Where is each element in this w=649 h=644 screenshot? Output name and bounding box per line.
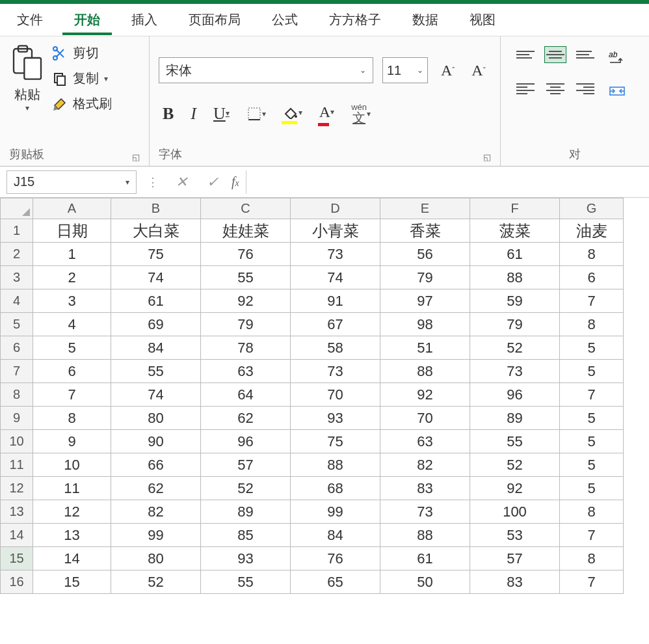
cell[interactable]: 13 xyxy=(33,524,111,547)
column-header-F[interactable]: F xyxy=(470,198,560,219)
paste-icon[interactable] xyxy=(9,42,46,83)
cell[interactable]: 79 xyxy=(470,313,560,336)
cell[interactable]: 74 xyxy=(111,266,201,289)
cell[interactable]: 70 xyxy=(380,407,470,430)
align-left-button[interactable] xyxy=(515,81,536,96)
cell[interactable]: 88 xyxy=(291,453,380,477)
cell[interactable]: 12 xyxy=(33,500,111,524)
dialog-launcher-icon[interactable]: ◱ xyxy=(132,152,140,162)
cell[interactable]: 7 xyxy=(560,383,624,407)
cell[interactable]: 5 xyxy=(560,430,624,453)
row-header[interactable]: 1 xyxy=(1,219,33,243)
cell[interactable]: 67 xyxy=(291,313,380,336)
paste-button[interactable]: 粘贴 xyxy=(14,86,40,103)
row-header[interactable]: 3 xyxy=(1,266,33,289)
cell[interactable]: 75 xyxy=(291,430,380,453)
cell[interactable]: 61 xyxy=(380,547,470,570)
cell[interactable]: 68 xyxy=(291,477,380,500)
bold-button[interactable]: B xyxy=(159,101,178,126)
cell[interactable]: 14 xyxy=(33,547,111,570)
cell[interactable]: 57 xyxy=(201,453,291,477)
row-header[interactable]: 14 xyxy=(1,524,33,547)
column-header-G[interactable]: G xyxy=(560,198,624,219)
row-header[interactable]: 2 xyxy=(1,243,33,266)
chevron-down-icon[interactable]: ▾ xyxy=(104,74,108,83)
copy-button[interactable]: 复制 ▾ xyxy=(52,70,112,87)
column-header-E[interactable]: E xyxy=(380,198,470,219)
cell[interactable]: 84 xyxy=(291,524,380,547)
cell[interactable]: 97 xyxy=(380,289,470,313)
cell[interactable]: 84 xyxy=(111,336,201,360)
cell[interactable]: 61 xyxy=(470,243,560,266)
cell[interactable]: 61 xyxy=(111,289,201,313)
cell[interactable]: 娃娃菜 xyxy=(201,219,291,243)
formula-input[interactable] xyxy=(246,170,642,194)
confirm-formula-button[interactable]: ✓ xyxy=(200,174,225,191)
cell[interactable]: 66 xyxy=(111,453,201,477)
underline-button[interactable]: U ▾ xyxy=(209,101,233,126)
cell[interactable]: 93 xyxy=(201,547,291,570)
cell[interactable]: 6 xyxy=(560,266,624,289)
cell[interactable]: 85 xyxy=(201,524,291,547)
dialog-launcher-icon[interactable]: ◱ xyxy=(483,152,491,162)
cell[interactable]: 62 xyxy=(201,407,291,430)
cell[interactable]: 73 xyxy=(291,360,380,383)
row-header[interactable]: 6 xyxy=(1,336,33,360)
column-header-C[interactable]: C xyxy=(201,198,291,219)
fill-color-button[interactable]: ▾ xyxy=(279,103,306,124)
cell[interactable]: 80 xyxy=(111,547,201,570)
row-header[interactable]: 11 xyxy=(1,453,33,477)
cell[interactable]: 92 xyxy=(380,383,470,407)
cell[interactable]: 69 xyxy=(111,313,201,336)
align-bottom-button[interactable] xyxy=(575,47,596,62)
cell[interactable]: 7 xyxy=(560,289,624,313)
row-header[interactable]: 15 xyxy=(1,547,33,570)
cell[interactable]: 89 xyxy=(201,500,291,524)
cell[interactable]: 51 xyxy=(380,336,470,360)
italic-button[interactable]: I xyxy=(187,101,200,126)
cell[interactable]: 55 xyxy=(201,570,291,594)
cell[interactable]: 88 xyxy=(380,360,470,383)
cell[interactable]: 5 xyxy=(560,407,624,430)
cell[interactable]: 5 xyxy=(560,453,624,477)
cell[interactable]: 8 xyxy=(560,313,624,336)
cell[interactable]: 88 xyxy=(470,266,560,289)
cell[interactable]: 76 xyxy=(201,243,291,266)
merge-button[interactable] xyxy=(605,81,629,101)
cell[interactable]: 73 xyxy=(470,360,560,383)
cell[interactable]: 63 xyxy=(201,360,291,383)
cell[interactable]: 73 xyxy=(291,243,380,266)
cell[interactable]: 6 xyxy=(33,360,111,383)
align-right-button[interactable] xyxy=(575,81,596,96)
cell[interactable]: 99 xyxy=(291,500,380,524)
cell[interactable]: 79 xyxy=(380,266,470,289)
wrap-text-button[interactable]: ab xyxy=(605,47,629,68)
cell[interactable]: 82 xyxy=(380,453,470,477)
align-middle-button[interactable] xyxy=(545,47,566,62)
cell[interactable]: 57 xyxy=(470,547,560,570)
cell[interactable]: 52 xyxy=(111,570,201,594)
cell[interactable]: 小青菜 xyxy=(291,219,380,243)
cell[interactable]: 92 xyxy=(470,477,560,500)
row-header[interactable]: 13 xyxy=(1,500,33,524)
cell[interactable]: 92 xyxy=(201,289,291,313)
row-header[interactable]: 4 xyxy=(1,289,33,313)
cell[interactable]: 99 xyxy=(111,524,201,547)
cell[interactable]: 56 xyxy=(380,243,470,266)
cell[interactable]: 8 xyxy=(560,243,624,266)
cell[interactable]: 4 xyxy=(33,313,111,336)
column-header-B[interactable]: B xyxy=(111,198,201,219)
cell[interactable]: 50 xyxy=(380,570,470,594)
cell[interactable]: 96 xyxy=(201,430,291,453)
cancel-formula-button[interactable]: ✕ xyxy=(169,174,194,191)
cell[interactable]: 8 xyxy=(560,500,624,524)
menu-tab-0[interactable]: 文件 xyxy=(5,5,55,35)
menu-tab-6[interactable]: 数据 xyxy=(401,5,450,35)
cell[interactable]: 5 xyxy=(560,336,624,360)
cell[interactable]: 7 xyxy=(560,570,624,594)
cell[interactable]: 55 xyxy=(111,360,201,383)
menu-tab-4[interactable]: 公式 xyxy=(260,5,310,35)
cell[interactable]: 55 xyxy=(201,266,291,289)
cell[interactable]: 78 xyxy=(201,336,291,360)
cell[interactable]: 8 xyxy=(560,547,624,570)
